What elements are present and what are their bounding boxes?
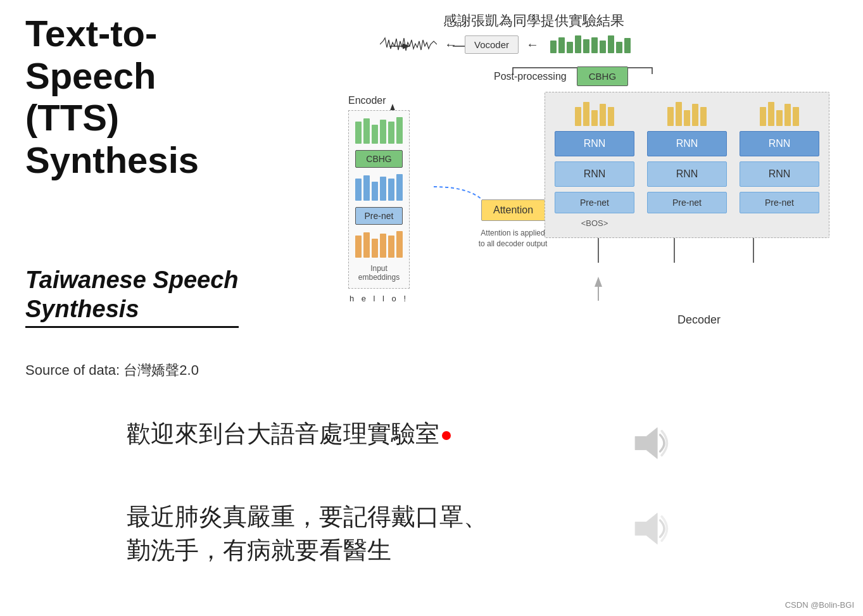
rnn-bot-1: RNN bbox=[555, 161, 634, 187]
sample-text-1: 歡迎來到台大語音處理實驗室 bbox=[127, 418, 451, 450]
sample-text-2: 最近肺炎真嚴重，要記得戴口罩、 勤洗手，有病就要看醫生 bbox=[127, 500, 488, 567]
cbhg-box-postproc: CBHG bbox=[577, 66, 628, 86]
cbhg-encoder: CBHG bbox=[355, 150, 403, 168]
bos-row: <BOS> bbox=[555, 218, 819, 228]
decoder-area: RNN RNN RNN RNN RNN RNN Pre-net Pre-net … bbox=[545, 92, 829, 238]
rnn-bot-3: RNN bbox=[740, 161, 819, 187]
speaker-button-1[interactable] bbox=[627, 421, 671, 468]
prenet-dec-3: Pre-net bbox=[740, 192, 819, 213]
dec-top-bars-1 bbox=[555, 102, 634, 126]
encoder-box: CBHG Pre-net Inputembeddings bbox=[348, 110, 410, 289]
encoder-section: Encoder CBHG Pre-ne bbox=[348, 95, 410, 303]
attention-box: Attention bbox=[481, 199, 545, 221]
diagram-area: ← Vocoder ← Post-processing CBHG Encoder bbox=[336, 35, 842, 396]
red-dot bbox=[442, 431, 451, 440]
post-proc-label: Post-processing bbox=[494, 71, 567, 82]
rnn-top-3: RNN bbox=[740, 131, 819, 156]
rnn-top-2: RNN bbox=[647, 131, 727, 156]
source-text: Source of data: 台灣嬌聲2.0 bbox=[25, 361, 199, 380]
credit-text: 感謝張凱為同學提供實驗結果 bbox=[443, 11, 624, 30]
svg-marker-21 bbox=[635, 513, 657, 544]
rnn-bottom-row: RNN RNN RNN bbox=[555, 161, 819, 187]
top-row: ← Vocoder ← bbox=[380, 35, 631, 54]
post-proc-row: Post-processing CBHG bbox=[494, 66, 628, 86]
mel-bars bbox=[550, 35, 631, 53]
dec-top-bars-3 bbox=[740, 102, 819, 126]
prenet-dec-1: Pre-net bbox=[555, 192, 634, 213]
encoder-orange-bars bbox=[355, 231, 403, 258]
encoder-green-bars bbox=[355, 117, 403, 144]
attention-note: Attention is appliedto all decoder outpu… bbox=[472, 228, 554, 249]
subtitle: Taiwanese Speech Synthesis bbox=[25, 266, 239, 328]
waveform-icon bbox=[380, 35, 437, 54]
watermark: CSDN @Bolin-BGI bbox=[785, 600, 854, 610]
svg-marker-20 bbox=[635, 428, 657, 459]
waveform-arrow: ← bbox=[444, 37, 457, 52]
rnn-top-1: RNN bbox=[555, 131, 634, 156]
speaker-icon-2 bbox=[627, 506, 671, 551]
vocoder-box: Vocoder bbox=[465, 35, 519, 54]
decoder-label: Decoder bbox=[677, 313, 721, 327]
speaker-button-2[interactable] bbox=[627, 506, 671, 553]
bos-label: <BOS> bbox=[555, 218, 634, 228]
main-title-section: Text-to-Speech (TTS) Synthesis bbox=[25, 13, 228, 182]
prenet-encoder: Pre-net bbox=[355, 207, 403, 225]
vocoder-arrow: ← bbox=[526, 37, 539, 52]
prenet-dec-row: Pre-net Pre-net Pre-net bbox=[555, 192, 819, 213]
dec-top-bars-2 bbox=[647, 102, 727, 126]
decoder-top-bars bbox=[555, 102, 819, 126]
input-emb-label: Inputembeddings bbox=[358, 264, 400, 282]
subtitle-section: Taiwanese Speech Synthesis bbox=[25, 266, 239, 328]
rnn-top-row: RNN RNN RNN bbox=[555, 131, 819, 156]
encoder-blue-bars bbox=[355, 174, 403, 201]
hello-label: h e l l o ! bbox=[348, 294, 410, 303]
speaker-icon bbox=[627, 421, 671, 465]
main-title: Text-to-Speech (TTS) Synthesis bbox=[25, 13, 228, 182]
prenet-dec-2: Pre-net bbox=[647, 192, 727, 213]
encoder-label: Encoder bbox=[348, 95, 410, 106]
rnn-bot-2: RNN bbox=[647, 161, 727, 187]
